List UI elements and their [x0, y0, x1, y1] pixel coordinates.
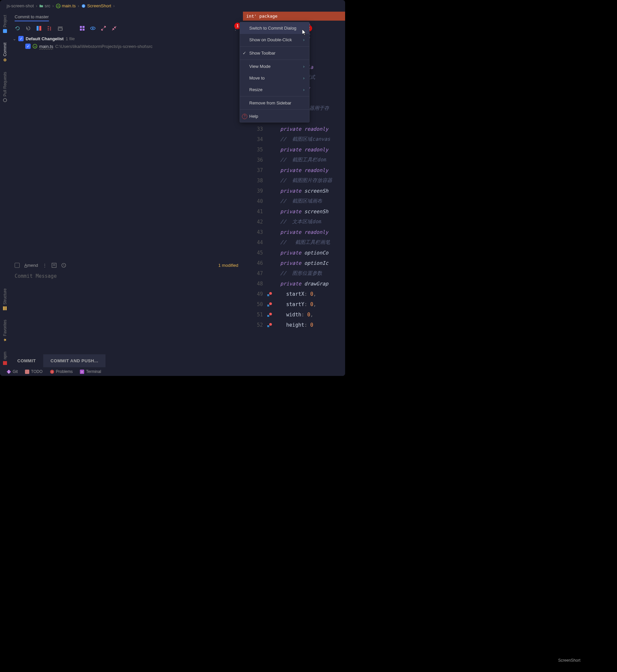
- line-number: 42: [243, 219, 266, 225]
- expand-icon[interactable]: [100, 25, 107, 31]
- change-file-item[interactable]: ✓ JS main.ts C:\Users\likai\WebstormProj…: [13, 43, 240, 50]
- chevron-down-icon[interactable]: ⌄: [13, 36, 16, 41]
- history-icon[interactable]: [51, 263, 56, 268]
- clock-icon[interactable]: [61, 263, 66, 268]
- svg-point-19: [92, 28, 93, 29]
- checkbox-icon[interactable]: ✓: [18, 36, 24, 41]
- svg-point-26: [269, 313, 272, 315]
- commit-message-input[interactable]: Commit Message: [10, 271, 243, 354]
- line-number: 50: [243, 301, 266, 307]
- eye-icon[interactable]: [90, 25, 96, 31]
- status-git[interactable]: Git: [7, 369, 18, 374]
- code-line[interactable]: 51 width: 0,: [243, 309, 345, 320]
- code-line[interactable]: 41private screenSh: [243, 206, 345, 217]
- svg-point-27: [269, 323, 272, 326]
- menu-item-label: Help: [249, 114, 258, 119]
- commit-panel: Commit to master: [10, 12, 243, 367]
- changelist-icon[interactable]: [47, 25, 52, 31]
- status-terminal[interactable]: > Terminal: [80, 369, 101, 374]
- more-icon[interactable]: ⋮: [43, 263, 47, 268]
- menu-item[interactable]: ✓Show Toolbar: [240, 47, 309, 59]
- line-number: 45: [243, 250, 266, 256]
- code-line[interactable]: 40// 截图区域画布: [243, 196, 345, 206]
- rail-commit[interactable]: Commit: [3, 41, 7, 64]
- gutter-icon: [266, 323, 273, 327]
- menu-item[interactable]: Switch to Commit Dialog: [240, 22, 309, 34]
- breadcrumb-file[interactable]: JS main.ts: [56, 3, 76, 8]
- line-number: 48: [243, 281, 266, 287]
- menu-item[interactable]: Remove from Sidebar: [240, 97, 309, 109]
- code-text: private screenSh: [274, 188, 329, 194]
- code-line[interactable]: 47// 图形位置参数: [243, 268, 345, 279]
- svg-rect-14: [80, 26, 82, 28]
- shelve-icon[interactable]: [57, 25, 63, 31]
- diff-icon[interactable]: [36, 25, 42, 31]
- menu-item-label: View Mode: [249, 64, 270, 69]
- code-line[interactable]: 33private readonly: [243, 124, 345, 134]
- line-number: 46: [243, 260, 266, 266]
- svg-rect-17: [82, 29, 84, 31]
- rail-project[interactable]: Project: [3, 13, 7, 35]
- status-bar: Git TODO ! Problems > Terminal: [0, 367, 345, 376]
- code-text: private optionIc: [274, 260, 329, 266]
- todo-icon: [25, 370, 29, 374]
- code-text: private readonly: [274, 126, 329, 132]
- rail-pull-requests[interactable]: Pull Requests: [3, 70, 7, 104]
- help-icon: ?: [242, 114, 247, 119]
- group-icon[interactable]: [79, 25, 85, 31]
- rollback-icon[interactable]: [25, 25, 31, 31]
- breadcrumb-folder[interactable]: src: [39, 3, 50, 8]
- code-line[interactable]: 45private optionCo: [243, 248, 345, 258]
- amend-row: Amend ⋮ 1 modified: [10, 260, 243, 271]
- amend-checkbox[interactable]: [15, 263, 20, 268]
- terminal-icon: >: [80, 370, 84, 374]
- code-line[interactable]: 38// 截图图片存放容器: [243, 175, 345, 186]
- check-icon: ✓: [243, 51, 246, 56]
- code-line[interactable]: 46private optionIc: [243, 258, 345, 268]
- code-text: startY: 0,: [274, 301, 316, 307]
- refresh-icon[interactable]: [15, 25, 21, 31]
- menu-item[interactable]: Resize›: [240, 84, 309, 95]
- line-number: 41: [243, 209, 266, 215]
- code-line[interactable]: 52 height: 0: [243, 320, 345, 330]
- chevron-right-icon: ›: [52, 3, 53, 8]
- menu-item[interactable]: ?Help: [240, 110, 309, 122]
- code-line[interactable]: 48private drawGrap: [243, 279, 345, 289]
- commit-button[interactable]: COMMIT: [10, 354, 43, 367]
- status-todo[interactable]: TODO: [25, 369, 42, 374]
- code-line[interactable]: 42// 文本区域dom: [243, 217, 345, 227]
- checkbox-icon[interactable]: ✓: [25, 44, 31, 49]
- rail-npm[interactable]: npm: [3, 350, 7, 367]
- menu-item[interactable]: View Mode›: [240, 60, 309, 72]
- code-line[interactable]: 39private screenSh: [243, 186, 345, 196]
- collapse-icon[interactable]: [111, 25, 117, 31]
- commit-and-push-button[interactable]: COMMIT AND PUSH...: [43, 354, 106, 367]
- breadcrumb-project[interactable]: js-screen-shot: [7, 3, 34, 8]
- amend-label[interactable]: Amend: [24, 263, 38, 268]
- status-problems[interactable]: ! Problems: [50, 369, 73, 374]
- code-line[interactable]: 34// 截图区域canvas: [243, 134, 345, 144]
- rail-structure[interactable]: Structure: [3, 286, 7, 313]
- rail-favorites[interactable]: ★ Favorites: [3, 318, 7, 344]
- svg-rect-10: [3, 361, 7, 365]
- menu-item[interactable]: Show on Double-Click›: [240, 34, 309, 46]
- svg-text:!: !: [51, 370, 52, 374]
- menu-item[interactable]: Move to›: [240, 72, 309, 84]
- project-icon: [3, 29, 7, 33]
- code-line[interactable]: 36// 截图工具栏dom: [243, 155, 345, 165]
- code-line[interactable]: 37private readonly: [243, 165, 345, 175]
- gutter-icon: [266, 312, 273, 317]
- breadcrumb-symbol[interactable]: C ScreenShort: [81, 3, 111, 8]
- js-file-icon: JS: [33, 44, 37, 49]
- line-number: 40: [243, 198, 266, 204]
- code-line[interactable]: 44// 截图工具栏画笔: [243, 237, 345, 248]
- cursor-icon: [302, 29, 307, 36]
- changelist-header[interactable]: ⌄ ✓ Default Changelist 1 file: [13, 35, 240, 43]
- code-line[interactable]: 49 startX: 0,: [243, 289, 345, 299]
- svg-text:JS: JS: [57, 5, 60, 7]
- code-line[interactable]: 43private readonly: [243, 227, 345, 237]
- code-line[interactable]: 50 startY: 0,: [243, 299, 345, 309]
- code-line[interactable]: 35private readonly: [243, 144, 345, 155]
- svg-rect-30: [25, 370, 29, 374]
- code-text: private readonly: [274, 147, 329, 153]
